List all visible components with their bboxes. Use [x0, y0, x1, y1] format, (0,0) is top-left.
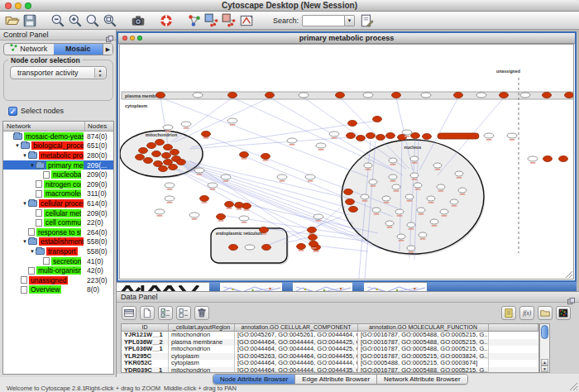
network-node[interactable] — [369, 179, 377, 184]
table-column-header[interactable]: annotation.GO MOLECULAR_FUNCTION — [358, 324, 489, 331]
network-node[interactable] — [363, 93, 373, 98]
network-node[interactable] — [410, 156, 419, 161]
table-row[interactable]: YPL036W__1mitochondrion[GO:0044464, GO:0… — [122, 346, 538, 353]
tab-mosaic[interactable]: Mosaic — [54, 44, 103, 55]
network-node[interactable] — [543, 93, 552, 98]
network-node[interactable] — [159, 166, 168, 172]
network-node[interactable] — [528, 156, 538, 161]
network-node[interactable] — [392, 93, 401, 98]
zoom-in-icon[interactable] — [68, 13, 83, 28]
network-node[interactable] — [229, 245, 238, 251]
table-cell[interactable]: [GO:0044464, GO:0044446, GO:0044444, G..… — [235, 360, 358, 367]
network-small-icon[interactable] — [187, 13, 202, 28]
tree-row[interactable]: cell communicati22(0) — [3, 218, 113, 227]
network-node[interactable] — [200, 196, 209, 202]
tree-row[interactable]: nitrogen compou209(0) — [3, 179, 113, 189]
network-node[interactable] — [228, 93, 237, 98]
table-scrollbar[interactable]: ▲ ▼ — [539, 323, 550, 373]
network-overlay-blue-icon[interactable] — [204, 13, 219, 28]
background-window-blue[interactable] — [209, 282, 220, 291]
table-column-header[interactable]: _cellularLayoutRegion — [169, 324, 235, 331]
network-node[interactable] — [407, 222, 415, 227]
network-node[interactable] — [500, 93, 509, 98]
network-node[interactable] — [417, 208, 425, 213]
network-node[interactable] — [308, 227, 317, 233]
network-node[interactable] — [347, 133, 356, 139]
table-column-header[interactable]: ID — [122, 324, 169, 331]
tree-row[interactable]: ▼biological_process651(0) — [3, 141, 113, 151]
network-node[interactable] — [177, 160, 186, 165]
tree-row[interactable]: response to stimulu264(0) — [3, 227, 113, 237]
network-node[interactable] — [373, 117, 382, 122]
network-node[interactable] — [455, 171, 463, 176]
network-node[interactable] — [389, 158, 397, 163]
tree-row[interactable]: Overview8(0) — [3, 285, 113, 295]
network-node[interactable] — [156, 93, 165, 98]
zoom-out-icon[interactable] — [50, 13, 65, 28]
tree-row[interactable]: ▼metabolic process280(0) — [3, 151, 113, 160]
network-node[interactable] — [376, 135, 385, 141]
network-node[interactable] — [484, 133, 494, 138]
network-node[interactable] — [397, 234, 405, 239]
network-node[interactable] — [309, 235, 318, 241]
table-cell[interactable]: YJR121W__1 — [122, 332, 169, 339]
network-node[interactable] — [316, 143, 326, 148]
network-node[interactable] — [437, 184, 445, 189]
network-node[interactable] — [227, 118, 237, 123]
network-node[interactable] — [181, 122, 191, 127]
network-node[interactable] — [297, 244, 306, 250]
network-node[interactable] — [366, 133, 376, 139]
table-cell[interactable]: plasma membrane — [169, 339, 235, 347]
table-row[interactable]: YLR295Ccytoplasm[GO:0045263, GO:0044464,… — [122, 353, 538, 361]
network-node[interactable] — [305, 174, 315, 179]
tree-row[interactable]: mosaic-demo-yeast874(0) — [3, 131, 113, 141]
advanced-search-icon[interactable] — [359, 13, 374, 28]
disclosure-triangle-icon[interactable]: ▼ — [14, 143, 21, 148]
network-node[interactable] — [382, 196, 390, 201]
network-overlay-red-icon[interactable] — [222, 13, 237, 28]
tree-row[interactable]: nucleobase-cont209(0) — [3, 170, 113, 179]
float-panel-icon[interactable] — [106, 31, 113, 39]
table-cell[interactable]: [GO:0016787, GO:0005488, GO:0005215, G..… — [358, 339, 489, 347]
network-node[interactable] — [372, 208, 380, 213]
open-folder-icon[interactable] — [5, 13, 20, 28]
network-node[interactable] — [414, 183, 422, 188]
vizmap-icon[interactable] — [239, 13, 254, 28]
table-cell[interactable]: mitochondrion — [169, 346, 235, 353]
tree-row[interactable]: cellular metabol209(0) — [3, 208, 113, 218]
life-ring-icon[interactable] — [159, 13, 174, 28]
network-node[interactable] — [147, 143, 156, 149]
network-node[interactable] — [165, 196, 175, 201]
folder-plain-icon[interactable] — [538, 306, 553, 320]
fx-icon[interactable]: f(x) — [519, 306, 534, 320]
network-node[interactable] — [260, 227, 269, 233]
network-node[interactable] — [476, 93, 486, 98]
network-node[interactable] — [356, 136, 366, 141]
disclosure-triangle-icon[interactable]: ▼ — [22, 239, 28, 244]
network-node[interactable] — [392, 184, 400, 189]
tree-row[interactable]: macromolecule311(0) — [3, 189, 113, 199]
network-node[interactable] — [346, 199, 355, 205]
table-cell[interactable]: [GO:0005488, GO:0005215, GO:0003674] — [358, 360, 489, 367]
tab-overflow-arrow[interactable]: ▶ — [103, 44, 112, 55]
network-node[interactable] — [349, 207, 358, 213]
network-node[interactable] — [217, 214, 226, 220]
table-cell[interactable]: YPL036W__1 — [122, 346, 169, 353]
select-attrs2-icon[interactable] — [176, 306, 191, 320]
network-node[interactable] — [458, 188, 467, 193]
network-node[interactable] — [208, 183, 218, 188]
network-node[interactable] — [389, 174, 397, 179]
tree-row[interactable]: ▼transport558(0) — [3, 246, 113, 256]
network-node[interactable] — [136, 155, 145, 160]
table-cell[interactable]: [GO:0045263, GO:0044464, GO:0044455, G..… — [235, 353, 358, 361]
disclosure-triangle-icon[interactable]: ▼ — [29, 249, 36, 254]
table-cell[interactable]: cytoplasm — [169, 360, 235, 367]
tab-network-attribute-browser[interactable]: Network Attribute Browser — [377, 375, 467, 384]
network-node[interactable] — [427, 196, 435, 201]
background-windows-strip[interactable] — [117, 282, 577, 291]
network-node[interactable] — [407, 246, 415, 251]
import-list-icon[interactable] — [501, 306, 516, 320]
network-node[interactable] — [170, 150, 179, 155]
network-node[interactable] — [287, 138, 297, 143]
table-row[interactable]: YJR121W__1mitochondrion[GO:0045267, GO:0… — [122, 332, 538, 339]
